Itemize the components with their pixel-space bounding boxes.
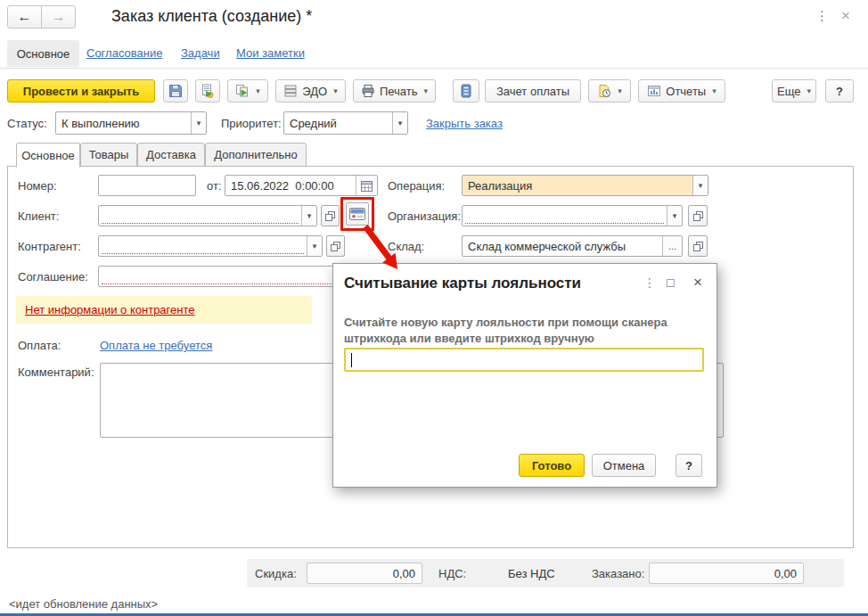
tab-delivery[interactable]: Доставка xyxy=(137,143,205,167)
chevron-down-icon[interactable]: ▾ xyxy=(191,112,206,134)
payment-offset-button[interactable]: Зачет оплаты xyxy=(485,79,581,103)
divider xyxy=(0,68,868,69)
open-in-new-icon xyxy=(692,241,704,252)
forward-arrow-icon: → xyxy=(52,9,66,25)
open-in-new-icon xyxy=(330,241,341,252)
date-input[interactable]: 15.06.2022 0:00:00 xyxy=(225,175,378,196)
history-forward-button[interactable]: → xyxy=(41,5,76,29)
counterparty-input[interactable]: ▾ xyxy=(98,235,323,257)
related-documents-icon xyxy=(460,84,472,98)
vat-value: Без НДС xyxy=(508,567,555,580)
chevron-down-icon: ▾ xyxy=(807,86,811,95)
client-input[interactable]: ▾ xyxy=(98,205,317,226)
nav-item-notes[interactable]: Мои заметки xyxy=(236,46,305,60)
open-in-new-icon xyxy=(324,210,336,222)
nav-item-approval[interactable]: Согласование xyxy=(86,46,162,60)
chevron-down-icon: ▾ xyxy=(618,86,622,95)
annotation-arrow xyxy=(346,221,417,283)
reports-button[interactable]: Отчеты ▾ xyxy=(638,79,725,103)
edo-icon xyxy=(283,84,298,98)
operation-select[interactable]: Реализация ▾ xyxy=(462,175,708,196)
chevron-down-icon: ▾ xyxy=(712,86,717,95)
help-button[interactable]: ? xyxy=(825,79,854,103)
status-label: Статус: xyxy=(7,117,47,130)
tab-main[interactable]: Основное xyxy=(16,143,80,168)
back-arrow-icon: ← xyxy=(18,9,32,25)
chevron-down-icon: ▾ xyxy=(333,86,338,95)
organization-input[interactable]: ▾ xyxy=(462,205,683,226)
number-label: Номер: xyxy=(18,179,57,193)
window-close-icon[interactable]: × xyxy=(841,7,850,25)
barcode-input[interactable] xyxy=(344,348,704,372)
counterparty-warning-strip: Нет информации о контрагенте xyxy=(16,296,312,324)
edo-button[interactable]: ЭДО ▾ xyxy=(275,79,346,103)
window-menu-kebab-icon[interactable]: ⋮ xyxy=(815,8,829,24)
chevron-down-icon[interactable]: ▾ xyxy=(667,206,682,226)
counterparty-open-button[interactable] xyxy=(326,235,345,257)
calendar-icon[interactable] xyxy=(356,176,377,195)
more-button[interactable]: Еще ▾ xyxy=(772,79,816,103)
counterparty-label: Контрагент: xyxy=(18,240,81,253)
operation-label: Операция: xyxy=(388,179,445,193)
order-window: ← → Заказ клиента (создание) * ⋮ × Основ… xyxy=(0,0,868,616)
tab-additional[interactable]: Дополнительно xyxy=(205,143,307,167)
tab-goods[interactable]: Товары xyxy=(80,143,137,167)
discount-value-field: 0,00 xyxy=(307,563,422,584)
discount-label: Скидка: xyxy=(255,567,297,580)
number-input[interactable] xyxy=(98,175,196,196)
chevron-down-icon[interactable]: ▾ xyxy=(307,236,322,256)
chevron-down-icon: ▾ xyxy=(256,86,260,95)
save-icon xyxy=(168,84,183,98)
post-and-close-button[interactable]: Провести и закрыть xyxy=(7,79,155,103)
create-based-on-button[interactable]: ▾ xyxy=(227,79,268,103)
reminder-icon xyxy=(597,84,611,98)
date-prefix-label: от: xyxy=(207,179,222,193)
payment-not-required-link[interactable]: Оплата не требуется xyxy=(100,339,212,352)
priority-label: Приоритет: xyxy=(221,117,282,130)
reports-icon xyxy=(647,84,661,98)
post-document-icon xyxy=(201,84,215,98)
print-icon xyxy=(361,84,375,98)
dialog-maximize-icon[interactable]: □ xyxy=(667,275,674,290)
history-back-button[interactable]: ← xyxy=(7,5,42,29)
chevron-down-icon[interactable]: ▾ xyxy=(392,112,407,134)
loyalty-card-dialog: Считывание карты лояльности ⋮ □ × Считай… xyxy=(332,263,717,488)
related-documents-button[interactable] xyxy=(453,79,479,103)
comment-label: Комментарий: xyxy=(18,365,94,379)
dialog-instruction: Считайте новую карту лояльности при помо… xyxy=(344,315,700,347)
organization-open-button[interactable] xyxy=(688,205,708,226)
choose-ellipsis-button[interactable]: ... xyxy=(662,236,682,256)
print-button[interactable]: Печать ▾ xyxy=(353,79,436,103)
client-open-button[interactable] xyxy=(321,205,340,226)
client-label: Клиент: xyxy=(18,209,59,223)
agreement-label: Соглашение: xyxy=(18,270,88,283)
create-based-on-icon xyxy=(235,84,250,98)
nav-item-tasks[interactable]: Задачи xyxy=(181,46,220,60)
chevron-down-icon[interactable]: ▾ xyxy=(692,176,708,195)
priority-select[interactable]: Средний ▾ xyxy=(283,111,408,135)
ordered-value-field: 0,00 xyxy=(649,563,804,584)
ordered-label: Заказано: xyxy=(592,567,644,580)
dialog-help-button[interactable]: ? xyxy=(676,454,702,477)
no-counterparty-info-link[interactable]: Нет информации о контрагенте xyxy=(25,303,195,316)
done-button[interactable]: Готово xyxy=(519,454,585,477)
warehouse-open-button[interactable] xyxy=(688,235,708,257)
reminder-button[interactable]: ▾ xyxy=(588,79,631,103)
chevron-down-icon: ▾ xyxy=(424,86,429,95)
warehouse-input[interactable]: Склад коммерческой службы ... xyxy=(462,235,683,257)
status-message: <идет обновление данных> xyxy=(9,597,158,611)
nav-item-main[interactable]: Основное xyxy=(7,40,79,67)
vat-label: НДС: xyxy=(438,567,466,580)
payment-label: Оплата: xyxy=(18,339,61,352)
status-select[interactable]: К выполнению ▾ xyxy=(55,111,207,135)
cancel-button[interactable]: Отмена xyxy=(592,454,656,477)
open-in-new-icon xyxy=(692,210,704,222)
page-title: Заказ клиента (создание) * xyxy=(111,7,312,26)
dialog-menu-kebab-icon[interactable]: ⋮ xyxy=(643,275,656,290)
save-button[interactable] xyxy=(163,79,188,103)
post-document-button[interactable] xyxy=(195,79,220,103)
dialog-close-icon[interactable]: × xyxy=(693,274,702,292)
close-order-link[interactable]: Закрыть заказ xyxy=(426,117,503,130)
chevron-down-icon[interactable]: ▾ xyxy=(301,206,316,226)
